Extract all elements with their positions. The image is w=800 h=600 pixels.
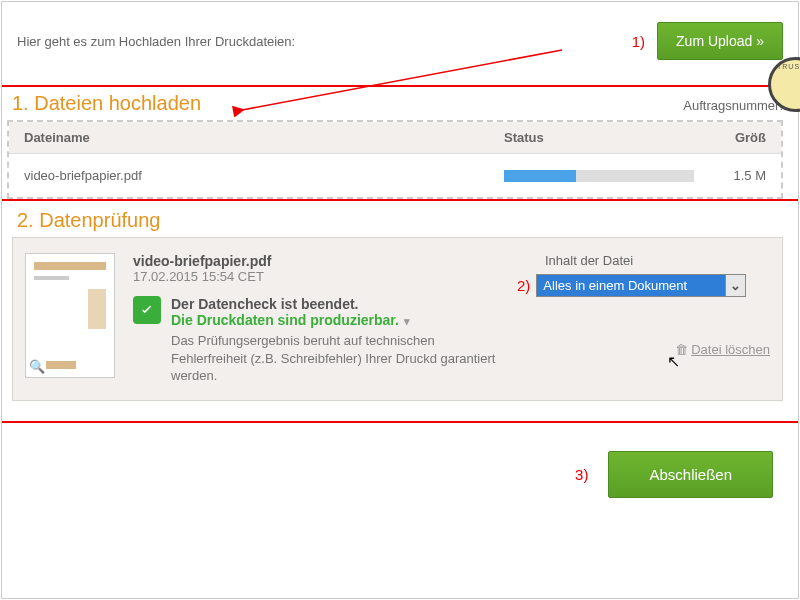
check-status-2[interactable]: Die Druckdaten sind produzierbar. ▾ [171, 312, 511, 328]
submit-button[interactable]: Abschließen [608, 451, 773, 498]
file-table: Dateiname Status Größ video-briefpapier.… [7, 120, 783, 199]
file-row: video-briefpapier.pdf 1.5 M [9, 154, 781, 197]
chevron-down-icon[interactable]: ⌄ [725, 275, 745, 296]
order-number-label: Auftragsnummer: [683, 98, 783, 113]
file-check-panel: 🔍 video-briefpapier.pdf 17.02.2015 15:54… [12, 237, 783, 401]
section1-title: 1. Dateien hochladen [7, 92, 201, 115]
content-dropdown[interactable]: Alles in einem Dokument ⌄ [536, 274, 746, 297]
magnify-icon[interactable]: 🔍 [29, 359, 45, 374]
progress-fill [504, 170, 576, 182]
check-status-1: Der Datencheck ist beendet. [171, 296, 511, 312]
col-status: Status [504, 130, 724, 145]
upload-intro-text: Hier geht es zum Hochladen Ihrer Druckda… [17, 34, 632, 49]
upload-progress [504, 170, 694, 182]
annotation-2: 2) [517, 277, 530, 294]
checked-file-name: video-briefpapier.pdf [133, 253, 535, 269]
file-name-cell: video-briefpapier.pdf [24, 168, 504, 183]
checked-file-date: 17.02.2015 15:54 CET [133, 269, 535, 284]
col-filename: Dateiname [24, 130, 504, 145]
annotation-1: 1) [632, 33, 645, 50]
caret-icon: ▾ [401, 315, 410, 327]
file-size-cell: 1.5 M [724, 168, 766, 183]
annotation-3: 3) [575, 466, 588, 483]
dropdown-label: Inhalt der Datei [545, 253, 770, 268]
check-success-icon [133, 296, 161, 324]
file-thumbnail[interactable]: 🔍 [25, 253, 115, 378]
upload-button[interactable]: Zum Upload » [657, 22, 783, 60]
dropdown-value: Alles in einem Dokument [537, 275, 725, 296]
check-status-3: Das Prüfungsergebnis beruht auf technisc… [171, 332, 511, 385]
delete-file-link[interactable]: 🗑 Datei löschen [545, 342, 770, 357]
col-size: Größ [724, 130, 766, 145]
section2-title: 2. Datenprüfung [12, 209, 783, 232]
cursor-icon: ↖ [667, 352, 680, 371]
